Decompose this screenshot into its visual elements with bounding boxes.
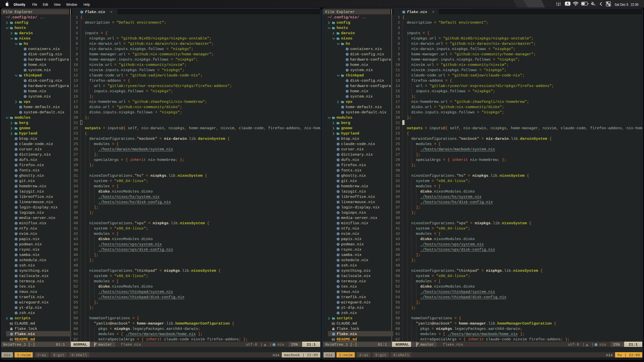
svg-text:A: A xyxy=(567,2,569,6)
